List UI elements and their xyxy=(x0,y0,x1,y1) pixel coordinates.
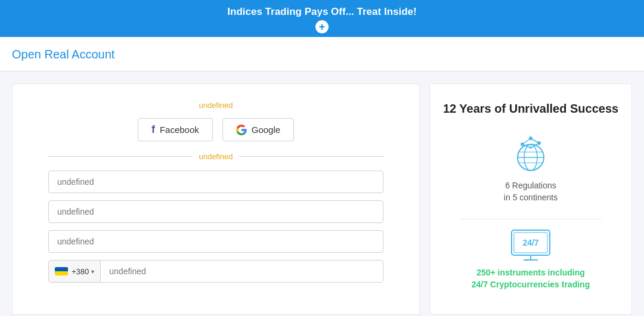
phone-input[interactable] xyxy=(101,261,383,282)
monitor-icon-block: 24/7 250+ instruments including 24/7 Cry… xyxy=(472,229,590,290)
instruments-label: 250+ instruments including 24/7 Cryptocu… xyxy=(472,267,590,290)
chevron-down-icon: ▾ xyxy=(91,268,94,275)
google-icon xyxy=(236,125,247,135)
phone-row: +380 ▾ xyxy=(48,260,383,283)
globe-icon-label: 6 Regulations in 5 continents xyxy=(504,180,558,203)
panel-divider xyxy=(460,219,602,219)
google-button[interactable]: Google xyxy=(222,118,294,141)
banner-plus-icon[interactable]: + xyxy=(315,20,329,33)
page-title: Open Real Account xyxy=(12,48,114,61)
facebook-label: Facebook xyxy=(160,125,199,135)
globe-icon-block: 6 Regulations in 5 continents xyxy=(504,132,558,203)
phone-country-code: +380 xyxy=(72,267,89,276)
social-label: undefined xyxy=(199,101,233,110)
facebook-icon: f xyxy=(151,123,155,136)
banner-plus-area: + xyxy=(0,20,644,33)
field1-input[interactable] xyxy=(48,171,383,193)
google-label: Google xyxy=(252,125,280,135)
form-card: undefined f Facebook Google undefined xyxy=(12,83,420,315)
divider-text: undefined xyxy=(199,152,233,161)
social-buttons: f Facebook Google xyxy=(138,118,294,141)
top-banner: Indices Trading Pays Off... Treat Inside… xyxy=(0,0,644,37)
field3-input[interactable] xyxy=(48,230,383,253)
phone-country-selector[interactable]: +380 ▾ xyxy=(49,261,101,282)
divider-right xyxy=(239,156,383,157)
success-title: 12 Years of Unrivalled Success xyxy=(443,102,618,116)
svg-line-10 xyxy=(531,138,539,143)
divider-left xyxy=(48,156,193,157)
banner-text: Indices Trading Pays Off... Treat Inside… xyxy=(227,6,416,17)
main-container: undefined f Facebook Google undefined xyxy=(0,72,644,316)
facebook-button[interactable]: f Facebook xyxy=(138,118,213,141)
divider-row: undefined xyxy=(48,152,383,161)
right-panel: 12 Years of Unrivalled Success xyxy=(429,83,632,315)
svg-line-9 xyxy=(522,138,531,144)
monitor-icon: 24/7 xyxy=(507,229,555,262)
ukraine-flag-icon xyxy=(55,267,68,275)
page-header: Open Real Account xyxy=(0,37,644,72)
field2-input[interactable] xyxy=(48,200,383,223)
globe-icon xyxy=(509,132,552,175)
svg-text:24/7: 24/7 xyxy=(522,238,538,247)
